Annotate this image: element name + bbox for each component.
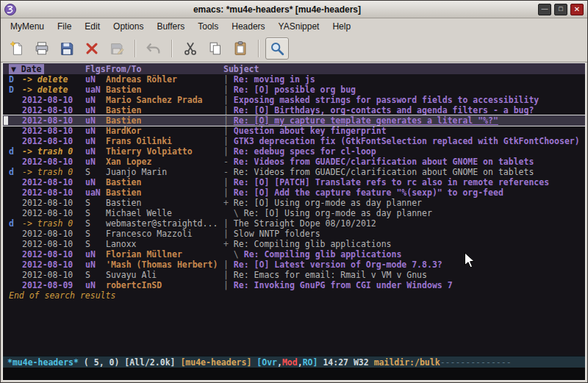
message-row[interactable]: 2012-08-10SSuvayu Ali| Re: Emacs for ema… [3, 270, 585, 280]
new-file-button[interactable] [5, 37, 29, 60]
message-row[interactable]: 2012-08-10SLanoxx+ Re: Compiling glib ap… [3, 239, 585, 249]
subject-cell: | Re: edebug specs for cl-loop [223, 146, 585, 157]
message-row[interactable]: 2012-08-10uNHardKor| Question about key … [3, 126, 585, 136]
message-row[interactable]: 2012-08-10uNFrans Oilinki| GTK3 deprecat… [3, 136, 585, 146]
menu-help[interactable]: Help [326, 20, 357, 33]
column-header-flags[interactable]: Flgs [85, 64, 106, 74]
modeline-status-open-bracket: [ [251, 357, 262, 368]
flags-label: uN [85, 126, 106, 136]
minimize-button[interactable]: — [538, 4, 551, 15]
message-row[interactable]: D-> deleteuNAndreas Röhler| Re: moving i… [3, 74, 585, 85]
modeline-clock: 14:27 [323, 357, 354, 368]
from-label: Mario Sanchez Prada [106, 95, 223, 105]
print-button[interactable] [30, 37, 54, 60]
subject-label: The Straight Dope 08/10/2012 [234, 218, 376, 229]
close-button[interactable]: ✕ [570, 4, 584, 15]
thread-separator: | [223, 187, 234, 198]
save-as-button [105, 37, 129, 60]
message-row[interactable]: 2012-08-10uNBastien| Re: [O] [PATCH] Tra… [3, 177, 585, 187]
message-row[interactable]: 2012-08-10uaNBastien| Re: [O] Add the ca… [3, 187, 585, 198]
message-row[interactable]: 2012-08-10uNBastien| Re: [O] my capture … [3, 115, 585, 126]
end-of-search-results: End of search results [3, 290, 585, 301]
message-row[interactable]: 2012-08-10uNMario Sanchez Prada| Exposin… [3, 95, 585, 105]
message-row[interactable]: 2012-08-10SFrancesco Mazzoli| Slow NNTP … [3, 229, 585, 239]
thread-separator: | [223, 218, 234, 229]
menu-yasnippet[interactable]: YASnippet [272, 20, 326, 33]
message-row[interactable]: 2012-08-09uNrobertcInSD| Re: Invoking Gn… [3, 280, 585, 290]
subject-cell: | Exposing masked strings for password f… [223, 95, 585, 105]
from-label: Lanoxx [106, 239, 223, 249]
from-label: Suvayu Ali [106, 270, 223, 280]
from-label: Andreas Röhler [106, 74, 223, 85]
modeline-cursor-position: ( 5, 0) [79, 357, 124, 368]
menu-tools[interactable]: Tools [191, 20, 225, 33]
subject-cell: | Re: [O] [PATCH] Translate refs to rc a… [223, 177, 585, 187]
flags-label: S [85, 270, 106, 280]
from-label: Bastien [106, 198, 223, 208]
date-label: 2012-08-10 [22, 187, 85, 198]
message-row[interactable]: 2012-08-10uNFlorian Müllner \ Re: Compil… [3, 249, 585, 259]
message-row[interactable]: D-> deleteuaNBastien| Re: [O] possible o… [3, 85, 585, 95]
toolbar-separator [135, 40, 136, 57]
subject-cell: | GTK3 deprecation fix (GtkFontSelection… [223, 136, 585, 146]
thread-separator: | [223, 126, 234, 136]
from-label: Bastien [106, 115, 223, 126]
date-label: 2012-08-10 [22, 115, 85, 126]
date-label: 2012-08-10 [22, 270, 85, 280]
date-label: 2012-08-10 [22, 249, 85, 259]
copy-button[interactable] [204, 37, 227, 60]
menu-edit[interactable]: Edit [78, 20, 107, 33]
message-row[interactable]: 2012-08-10SMichael Welle \ Re: [O] Using… [3, 208, 585, 218]
action-label: -> trash 0 [22, 167, 85, 177]
save-icon [59, 40, 75, 57]
cut-icon [182, 40, 198, 57]
message-row[interactable]: 2012-08-10uN'Mash (Thomas Herbert)| Re: … [3, 259, 585, 270]
menu-options[interactable]: Options [107, 20, 150, 33]
subject-cell: | Re: [O] Add the capture feature "%(sex… [223, 187, 585, 198]
flags-label: uN [85, 136, 106, 146]
column-header-date[interactable]: ▼ Date [9, 64, 44, 74]
message-row[interactable]: 2012-08-10uNXan Lopez- Re: Videos from G… [3, 157, 585, 167]
date-label: 2012-08-10 [22, 208, 85, 218]
menu-file[interactable]: File [51, 20, 78, 33]
from-label: Michael Welle [106, 208, 223, 218]
close-buffer-button[interactable] [80, 37, 104, 60]
save-button[interactable] [55, 37, 79, 60]
toolbar [1, 35, 587, 62]
subject-cell: | Re: [O] Latest version of Org-mode 7.8… [223, 259, 585, 270]
modeline-status-comma-2: , [298, 357, 303, 368]
flags-label: uN [85, 95, 106, 105]
message-row[interactable]: d-> trash 0SJuanjo Marin- Re: Videos fro… [3, 167, 585, 177]
subject-cell: | The Straight Dope 08/10/2012 [223, 218, 585, 229]
date-label: 2012-08-10 [22, 259, 85, 270]
new-file-icon [9, 40, 25, 57]
thread-separator: | [223, 74, 234, 85]
minibuffer-echo-area[interactable] [3, 368, 585, 380]
subject-cell: | Re: [O] my capture template generates … [223, 115, 585, 126]
column-header-from[interactable]: From/To [106, 64, 223, 74]
modeline-week-number: W32 [354, 357, 374, 368]
thread-separator: | [223, 146, 234, 157]
thread-separator: | [223, 177, 234, 187]
message-row[interactable]: 2012-08-10SBastien+ Re: [O] Using org-mo… [3, 198, 585, 208]
message-row[interactable]: d-> trash 0Swebmaster@straightd...| The … [3, 218, 585, 229]
menu-buffers[interactable]: Buffers [150, 20, 191, 33]
cut-button[interactable] [179, 37, 202, 60]
from-label: HardKor [106, 126, 223, 136]
subject-cell: - Re: Videos from GUADEC/clarification a… [223, 167, 585, 177]
thread-separator: - [223, 157, 234, 167]
search-button[interactable] [265, 37, 289, 60]
maximize-button[interactable]: □ [554, 4, 567, 15]
message-row[interactable]: d-> trash 0uNThierry Volpiatto| Re: edeb… [3, 146, 585, 157]
title-bar[interactable]: emacs: *mu4e-headers* [mu4e-headers] — □… [1, 1, 587, 18]
thread-separator: + [223, 239, 234, 249]
column-header-subject[interactable]: Subject [223, 64, 259, 74]
paste-button[interactable] [229, 37, 252, 60]
message-row[interactable]: 2012-08-10uNBastien| Re: [O] Birthdays, … [3, 105, 585, 115]
copy-icon [207, 40, 223, 57]
menu-headers[interactable]: Headers [225, 20, 271, 33]
subject-cell: | Question about key fingerprint [223, 126, 585, 136]
date-label: 2012-08-10 [22, 105, 85, 115]
undo-icon [146, 40, 162, 57]
menu-mymenu[interactable]: MyMenu [4, 20, 51, 33]
